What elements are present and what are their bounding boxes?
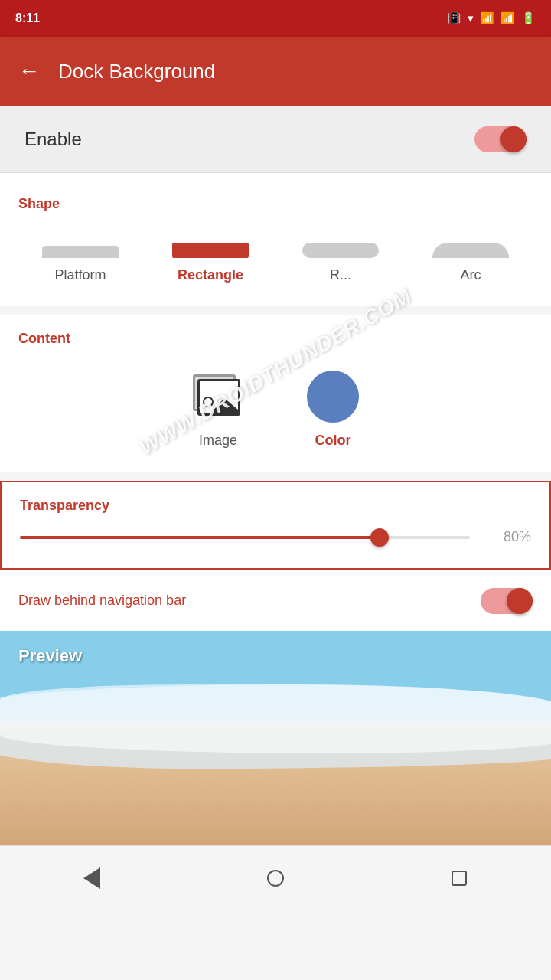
- transparency-slider[interactable]: [20, 530, 470, 545]
- slider-row: 80%: [20, 521, 531, 553]
- enable-row: Enable: [0, 106, 551, 173]
- shape-visual-arc: [432, 235, 509, 258]
- vibrate-icon: 📳: [447, 11, 461, 25]
- preview-label: Preview: [18, 646, 82, 666]
- content-name-color: Color: [315, 433, 351, 449]
- draw-behind-nav-label: Draw behind navigation bar: [18, 593, 186, 609]
- enable-label: Enable: [24, 129, 82, 150]
- shape-visual-rectangle: [172, 235, 249, 258]
- content-name-image: Image: [199, 433, 237, 449]
- shape-name-arc: Arc: [461, 267, 481, 283]
- shape-name-platform: Platform: [54, 267, 106, 283]
- back-triangle-icon: [83, 867, 100, 889]
- wifi-icon: ▾: [468, 11, 474, 25]
- shape-visual-rounded: [302, 235, 379, 258]
- shape-section: Shape Platform Rectangle R...: [0, 173, 551, 306]
- content-option-image[interactable]: Image: [191, 370, 245, 449]
- navigation-bar: [0, 845, 551, 910]
- enable-toggle[interactable]: [474, 126, 527, 152]
- shape-name-rectangle: Rectangle: [178, 267, 243, 283]
- rounded-shape: [302, 243, 379, 258]
- page-title: Dock Background: [58, 60, 215, 83]
- shape-section-label: Shape: [0, 181, 551, 220]
- shape-option-rounded[interactable]: R...: [295, 235, 386, 283]
- signal1-icon: 📶: [480, 11, 494, 25]
- draw-behind-nav-toggle[interactable]: [481, 588, 533, 614]
- content-options: Image Color: [0, 354, 551, 456]
- slider-value: 80%: [485, 529, 531, 545]
- home-nav-button[interactable]: [253, 855, 298, 901]
- slider-fill: [20, 536, 380, 539]
- app-bar: ← Dock Background: [0, 37, 551, 106]
- arc-shape: [432, 243, 509, 258]
- recents-nav-button[interactable]: [436, 855, 482, 901]
- recents-square-icon: [452, 871, 467, 886]
- slider-thumb: [370, 528, 389, 547]
- color-icon-container: [306, 370, 360, 423]
- status-bar: 8:11 📳 ▾ 📶 📶 🔋: [0, 0, 551, 37]
- shape-option-platform[interactable]: Platform: [34, 235, 126, 283]
- back-nav-button[interactable]: [69, 855, 115, 901]
- status-time: 8:11: [15, 11, 40, 25]
- platform-shape: [42, 246, 119, 258]
- transparency-section: Transparency 80%: [0, 481, 551, 570]
- shape-visual-platform: [42, 235, 119, 258]
- shape-name-rounded: R...: [330, 267, 351, 283]
- back-button[interactable]: ←: [18, 59, 40, 83]
- image-icon-container: [191, 370, 245, 423]
- transparency-label: Transparency: [20, 482, 531, 521]
- draw-behind-toggle-thumb: [507, 588, 533, 614]
- signal2-icon: 📶: [500, 11, 515, 25]
- content-option-color[interactable]: Color: [306, 370, 360, 449]
- home-circle-icon: [267, 870, 284, 887]
- shape-option-arc[interactable]: Arc: [425, 235, 517, 283]
- shape-option-rectangle[interactable]: Rectangle: [165, 235, 256, 283]
- battery-icon: 🔋: [521, 11, 536, 25]
- rectangle-shape: [172, 243, 249, 258]
- preview-section: Preview: [0, 631, 551, 845]
- content-section: Content Image: [0, 315, 551, 472]
- toggle-thumb: [500, 126, 527, 152]
- svg-marker-0: [210, 398, 240, 413]
- draw-behind-nav-row: Draw behind navigation bar: [0, 570, 551, 631]
- content-section-label: Content: [0, 315, 551, 354]
- color-circle: [307, 371, 359, 423]
- shape-options: Platform Rectangle R... Arc: [0, 220, 551, 291]
- status-icons: 📳 ▾ 📶 📶 🔋: [447, 11, 536, 25]
